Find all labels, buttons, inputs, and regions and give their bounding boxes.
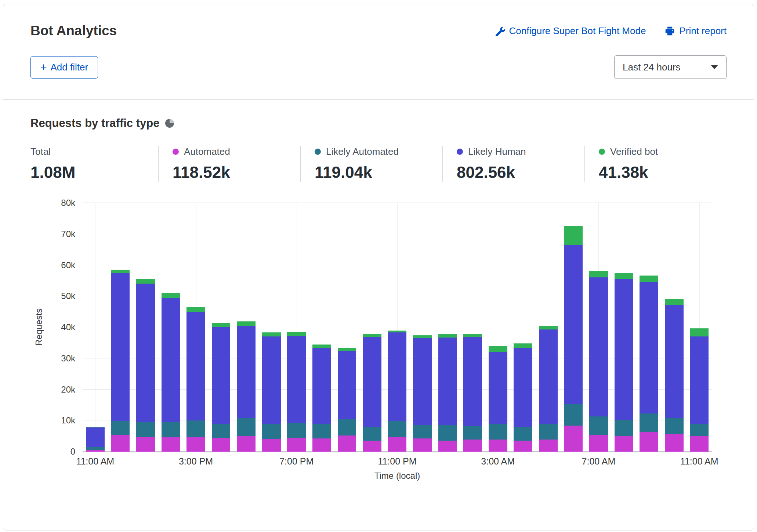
bar-segment-likely-automated — [615, 420, 633, 437]
bar-segment-automated — [287, 438, 306, 452]
bar-segment-automated — [338, 436, 356, 452]
stacked-bar[interactable] — [413, 203, 432, 452]
bar-segment-automated — [186, 437, 205, 452]
stacked-bar[interactable] — [136, 203, 155, 452]
bar-segment-verified-bot — [438, 334, 457, 338]
traffic-type-stats: Total 1.08M Automated 118.52k Likely Aut… — [30, 146, 727, 182]
requests-section: Requests by traffic type Total 1.08M Aut… — [3, 100, 754, 481]
stacked-bar[interactable] — [615, 203, 633, 452]
stacked-bar[interactable] — [363, 203, 381, 452]
bar-segment-likely-human — [186, 312, 205, 421]
x-tick-label: 11:00 AM — [76, 456, 114, 467]
bar-slot — [460, 203, 485, 452]
bar-segment-automated — [690, 436, 709, 452]
bar-segment-likely-human — [665, 305, 684, 418]
bar-segment-likely-human — [539, 329, 558, 424]
bar-segment-automated — [489, 440, 507, 452]
bar-slot — [309, 203, 334, 452]
bar-segment-likely-automated — [640, 413, 658, 432]
stacked-bar[interactable] — [539, 203, 558, 452]
stat-total-value: 1.08M — [30, 163, 158, 182]
stacked-bar[interactable] — [312, 203, 331, 452]
bar-segment-likely-human — [162, 298, 180, 422]
configure-link-label: Configure Super Bot Fight Mode — [509, 25, 646, 37]
bar-segment-likely-automated — [438, 425, 457, 441]
stacked-bar[interactable] — [564, 203, 583, 452]
bar-slot — [158, 203, 184, 452]
pie-chart-icon — [165, 119, 174, 128]
stat-total[interactable]: Total 1.08M — [30, 146, 158, 182]
stacked-bar[interactable] — [86, 203, 105, 452]
x-axis-title: Time (local) — [83, 471, 712, 481]
bar-segment-likely-human — [262, 336, 281, 423]
bar-segment-verified-bot — [287, 332, 306, 336]
stat-total-label: Total — [30, 146, 51, 157]
bar-segment-likely-automated — [690, 424, 709, 437]
stacked-bar[interactable] — [388, 203, 407, 452]
stacked-bar[interactable] — [237, 203, 256, 452]
stacked-bar[interactable] — [589, 203, 608, 452]
bar-segment-likely-human — [388, 332, 407, 421]
stacked-bar[interactable] — [489, 203, 507, 452]
bar-segment-likely-human — [413, 338, 432, 425]
bar-segment-verified-bot — [589, 271, 608, 277]
bar-segment-likely-human — [514, 348, 532, 427]
stat-automated[interactable]: Automated 118.52k — [158, 146, 300, 182]
y-tick-label: 40k — [61, 322, 75, 332]
stacked-bar[interactable] — [338, 203, 356, 452]
stacked-bar[interactable] — [262, 203, 281, 452]
stacked-bar[interactable] — [665, 203, 684, 452]
stacked-bar[interactable] — [640, 203, 658, 452]
bar-segment-likely-automated — [338, 419, 356, 436]
bar-segment-likely-automated — [514, 427, 532, 440]
bar-slot — [284, 203, 309, 452]
y-tick-label: 30k — [61, 353, 75, 364]
bar-segment-verified-bot — [413, 335, 432, 338]
bot-analytics-card: Bot Analytics Configure Super Bot Fight … — [3, 4, 754, 531]
bar-segment-automated — [388, 437, 407, 452]
plus-icon: + — [40, 62, 47, 73]
bar-segment-likely-human — [338, 351, 356, 419]
bar-segment-likely-human — [489, 352, 507, 424]
bars — [83, 203, 712, 452]
stacked-bar[interactable] — [690, 203, 709, 452]
bar-slot — [385, 203, 410, 452]
bar-slot — [485, 203, 511, 452]
bar-segment-likely-automated — [489, 424, 507, 440]
bar-slot — [259, 203, 284, 452]
stacked-bar[interactable] — [111, 203, 130, 452]
bar-segment-verified-bot — [237, 321, 256, 326]
stacked-bar[interactable] — [514, 203, 532, 452]
stat-likely-human[interactable]: Likely Human 802.56k — [442, 146, 584, 182]
stacked-bar[interactable] — [162, 203, 180, 452]
x-tick-label: 7:00 AM — [582, 456, 616, 467]
stacked-bar[interactable] — [287, 203, 306, 452]
bar-segment-likely-human — [640, 282, 658, 413]
stacked-bar[interactable] — [212, 203, 231, 452]
bar-slot — [209, 203, 234, 452]
bar-segment-automated — [438, 441, 457, 452]
bar-segment-automated — [363, 441, 381, 452]
time-range-select[interactable]: Last 24 hours — [614, 55, 727, 79]
bar-segment-automated — [463, 440, 482, 452]
bar-segment-likely-human — [287, 336, 306, 423]
y-tick-label: 60k — [61, 260, 75, 270]
stat-verified-bot[interactable]: Verified bot 41.38k — [584, 146, 727, 182]
bar-segment-likely-automated — [212, 424, 231, 438]
add-filter-button[interactable]: + Add filter — [30, 56, 98, 79]
bar-segment-automated — [86, 450, 105, 452]
stacked-bar[interactable] — [186, 203, 205, 452]
stacked-bar[interactable] — [463, 203, 482, 452]
y-axis-title: Requests — [30, 203, 47, 452]
bar-segment-automated — [665, 434, 684, 452]
bar-segment-automated — [262, 439, 281, 452]
stat-likely-automated[interactable]: Likely Automated 119.04k — [300, 146, 442, 182]
print-report-link[interactable]: Print report — [665, 25, 727, 37]
print-link-label: Print report — [679, 25, 727, 37]
likely-automated-legend-dot — [315, 149, 321, 155]
bar-slot — [359, 203, 385, 452]
stacked-bar[interactable] — [438, 203, 457, 452]
bar-segment-automated — [615, 436, 633, 452]
configure-super-bot-fight-mode-link[interactable]: Configure Super Bot Fight Mode — [495, 25, 646, 37]
bar-segment-likely-human — [438, 338, 457, 425]
